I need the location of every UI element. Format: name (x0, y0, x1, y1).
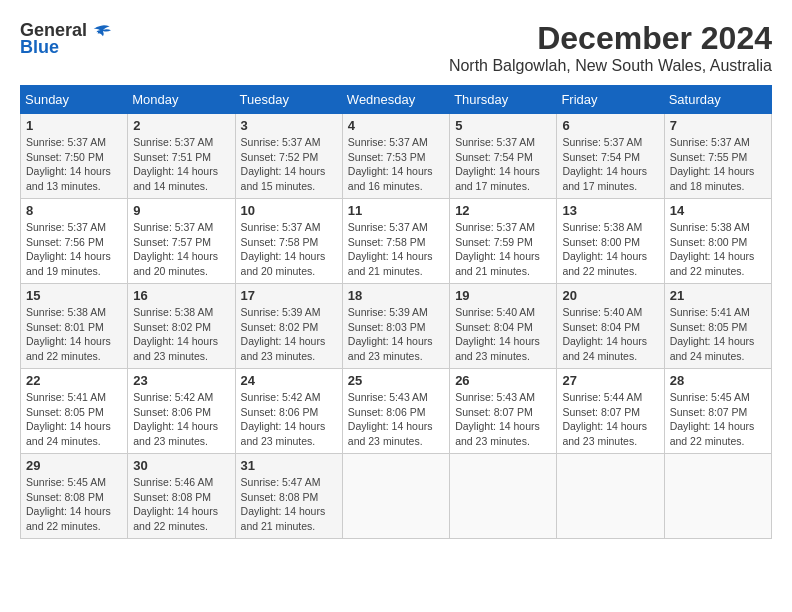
calendar-cell: 3 Sunrise: 5:37 AMSunset: 7:52 PMDayligh… (235, 114, 342, 199)
calendar-cell: 21 Sunrise: 5:41 AMSunset: 8:05 PMDaylig… (664, 284, 771, 369)
day-info: Sunrise: 5:40 AMSunset: 8:04 PMDaylight:… (562, 306, 647, 362)
day-info: Sunrise: 5:47 AMSunset: 8:08 PMDaylight:… (241, 476, 326, 532)
header-row: SundayMondayTuesdayWednesdayThursdayFrid… (21, 86, 772, 114)
day-info: Sunrise: 5:37 AMSunset: 7:55 PMDaylight:… (670, 136, 755, 192)
day-number: 14 (670, 203, 766, 218)
day-number: 26 (455, 373, 551, 388)
day-number: 29 (26, 458, 122, 473)
header-day-sunday: Sunday (21, 86, 128, 114)
day-info: Sunrise: 5:39 AMSunset: 8:03 PMDaylight:… (348, 306, 433, 362)
day-info: Sunrise: 5:40 AMSunset: 8:04 PMDaylight:… (455, 306, 540, 362)
day-info: Sunrise: 5:43 AMSunset: 8:07 PMDaylight:… (455, 391, 540, 447)
day-info: Sunrise: 5:37 AMSunset: 7:52 PMDaylight:… (241, 136, 326, 192)
page-header: General Blue December 2024 North Balgowl… (20, 20, 772, 75)
calendar-cell: 6 Sunrise: 5:37 AMSunset: 7:54 PMDayligh… (557, 114, 664, 199)
calendar-cell: 9 Sunrise: 5:37 AMSunset: 7:57 PMDayligh… (128, 199, 235, 284)
day-number: 19 (455, 288, 551, 303)
calendar-cell: 11 Sunrise: 5:37 AMSunset: 7:58 PMDaylig… (342, 199, 449, 284)
day-info: Sunrise: 5:37 AMSunset: 7:51 PMDaylight:… (133, 136, 218, 192)
calendar-cell: 31 Sunrise: 5:47 AMSunset: 8:08 PMDaylig… (235, 454, 342, 539)
calendar-cell: 29 Sunrise: 5:45 AMSunset: 8:08 PMDaylig… (21, 454, 128, 539)
calendar-cell: 8 Sunrise: 5:37 AMSunset: 7:56 PMDayligh… (21, 199, 128, 284)
week-row-5: 29 Sunrise: 5:45 AMSunset: 8:08 PMDaylig… (21, 454, 772, 539)
day-number: 4 (348, 118, 444, 133)
week-row-1: 1 Sunrise: 5:37 AMSunset: 7:50 PMDayligh… (21, 114, 772, 199)
day-info: Sunrise: 5:43 AMSunset: 8:06 PMDaylight:… (348, 391, 433, 447)
calendar-cell: 19 Sunrise: 5:40 AMSunset: 8:04 PMDaylig… (450, 284, 557, 369)
calendar-cell: 18 Sunrise: 5:39 AMSunset: 8:03 PMDaylig… (342, 284, 449, 369)
title-section: December 2024 North Balgowlah, New South… (449, 20, 772, 75)
calendar-cell: 24 Sunrise: 5:42 AMSunset: 8:06 PMDaylig… (235, 369, 342, 454)
calendar-cell: 2 Sunrise: 5:37 AMSunset: 7:51 PMDayligh… (128, 114, 235, 199)
day-info: Sunrise: 5:37 AMSunset: 7:53 PMDaylight:… (348, 136, 433, 192)
calendar-cell: 14 Sunrise: 5:38 AMSunset: 8:00 PMDaylig… (664, 199, 771, 284)
calendar-cell: 17 Sunrise: 5:39 AMSunset: 8:02 PMDaylig… (235, 284, 342, 369)
day-number: 20 (562, 288, 658, 303)
day-number: 9 (133, 203, 229, 218)
day-number: 13 (562, 203, 658, 218)
day-number: 3 (241, 118, 337, 133)
calendar-cell: 28 Sunrise: 5:45 AMSunset: 8:07 PMDaylig… (664, 369, 771, 454)
day-info: Sunrise: 5:42 AMSunset: 8:06 PMDaylight:… (241, 391, 326, 447)
header-day-thursday: Thursday (450, 86, 557, 114)
logo-blue: Blue (20, 37, 59, 58)
header-day-saturday: Saturday (664, 86, 771, 114)
calendar-cell: 23 Sunrise: 5:42 AMSunset: 8:06 PMDaylig… (128, 369, 235, 454)
day-number: 12 (455, 203, 551, 218)
month-title: December 2024 (449, 20, 772, 57)
calendar-cell: 10 Sunrise: 5:37 AMSunset: 7:58 PMDaylig… (235, 199, 342, 284)
day-info: Sunrise: 5:38 AMSunset: 8:00 PMDaylight:… (670, 221, 755, 277)
day-info: Sunrise: 5:44 AMSunset: 8:07 PMDaylight:… (562, 391, 647, 447)
day-number: 24 (241, 373, 337, 388)
day-number: 10 (241, 203, 337, 218)
calendar-cell: 27 Sunrise: 5:44 AMSunset: 8:07 PMDaylig… (557, 369, 664, 454)
header-day-tuesday: Tuesday (235, 86, 342, 114)
day-number: 16 (133, 288, 229, 303)
day-number: 1 (26, 118, 122, 133)
day-number: 18 (348, 288, 444, 303)
day-info: Sunrise: 5:39 AMSunset: 8:02 PMDaylight:… (241, 306, 326, 362)
week-row-3: 15 Sunrise: 5:38 AMSunset: 8:01 PMDaylig… (21, 284, 772, 369)
day-number: 17 (241, 288, 337, 303)
day-number: 30 (133, 458, 229, 473)
calendar-cell (664, 454, 771, 539)
day-info: Sunrise: 5:38 AMSunset: 8:01 PMDaylight:… (26, 306, 111, 362)
day-number: 11 (348, 203, 444, 218)
calendar-cell: 5 Sunrise: 5:37 AMSunset: 7:54 PMDayligh… (450, 114, 557, 199)
day-info: Sunrise: 5:37 AMSunset: 7:54 PMDaylight:… (562, 136, 647, 192)
calendar-cell: 15 Sunrise: 5:38 AMSunset: 8:01 PMDaylig… (21, 284, 128, 369)
calendar-table: SundayMondayTuesdayWednesdayThursdayFrid… (20, 85, 772, 539)
day-info: Sunrise: 5:42 AMSunset: 8:06 PMDaylight:… (133, 391, 218, 447)
logo: General Blue (20, 20, 111, 58)
calendar-cell (342, 454, 449, 539)
calendar-cell: 22 Sunrise: 5:41 AMSunset: 8:05 PMDaylig… (21, 369, 128, 454)
day-number: 31 (241, 458, 337, 473)
day-info: Sunrise: 5:45 AMSunset: 8:07 PMDaylight:… (670, 391, 755, 447)
week-row-2: 8 Sunrise: 5:37 AMSunset: 7:56 PMDayligh… (21, 199, 772, 284)
week-row-4: 22 Sunrise: 5:41 AMSunset: 8:05 PMDaylig… (21, 369, 772, 454)
header-day-friday: Friday (557, 86, 664, 114)
location-title: North Balgowlah, New South Wales, Austra… (449, 57, 772, 75)
calendar-cell: 26 Sunrise: 5:43 AMSunset: 8:07 PMDaylig… (450, 369, 557, 454)
day-info: Sunrise: 5:37 AMSunset: 7:54 PMDaylight:… (455, 136, 540, 192)
day-info: Sunrise: 5:46 AMSunset: 8:08 PMDaylight:… (133, 476, 218, 532)
day-info: Sunrise: 5:37 AMSunset: 7:58 PMDaylight:… (348, 221, 433, 277)
calendar-cell: 25 Sunrise: 5:43 AMSunset: 8:06 PMDaylig… (342, 369, 449, 454)
day-number: 22 (26, 373, 122, 388)
calendar-cell: 12 Sunrise: 5:37 AMSunset: 7:59 PMDaylig… (450, 199, 557, 284)
day-number: 7 (670, 118, 766, 133)
header-day-monday: Monday (128, 86, 235, 114)
day-info: Sunrise: 5:41 AMSunset: 8:05 PMDaylight:… (670, 306, 755, 362)
day-info: Sunrise: 5:45 AMSunset: 8:08 PMDaylight:… (26, 476, 111, 532)
bird-icon (91, 21, 111, 41)
calendar-cell: 7 Sunrise: 5:37 AMSunset: 7:55 PMDayligh… (664, 114, 771, 199)
day-number: 23 (133, 373, 229, 388)
day-info: Sunrise: 5:37 AMSunset: 7:50 PMDaylight:… (26, 136, 111, 192)
day-number: 27 (562, 373, 658, 388)
day-number: 25 (348, 373, 444, 388)
day-number: 8 (26, 203, 122, 218)
day-number: 21 (670, 288, 766, 303)
calendar-cell: 20 Sunrise: 5:40 AMSunset: 8:04 PMDaylig… (557, 284, 664, 369)
calendar-cell: 16 Sunrise: 5:38 AMSunset: 8:02 PMDaylig… (128, 284, 235, 369)
day-info: Sunrise: 5:38 AMSunset: 8:00 PMDaylight:… (562, 221, 647, 277)
